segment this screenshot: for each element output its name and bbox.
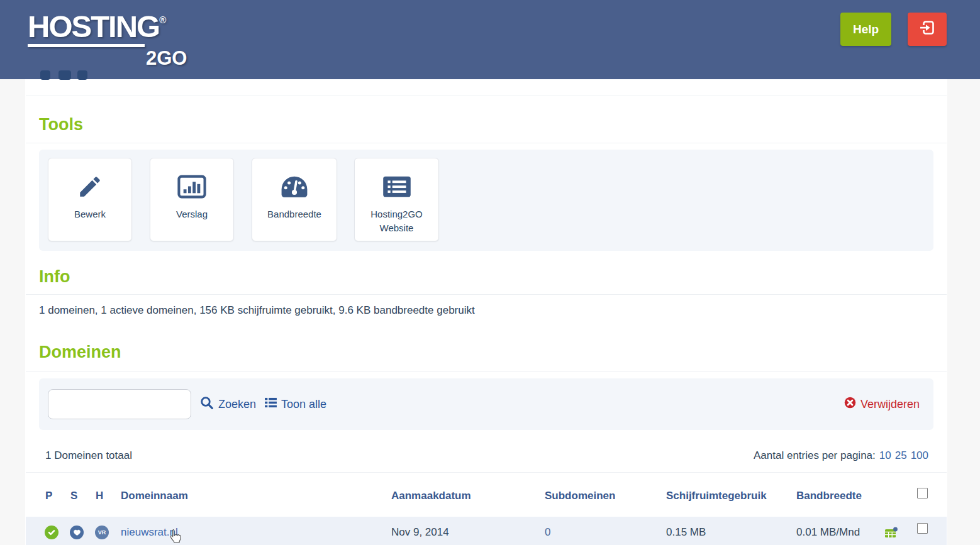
vr-badge-icon[interactable]: VR (95, 526, 109, 539)
clipped-header-icon (40, 70, 50, 80)
divider (26, 143, 947, 143)
column-header-h[interactable]: H (96, 490, 103, 502)
hosting2go-domains-page: HOSTING® 2GO Help Tools (0, 0, 980, 545)
logout-icon (918, 19, 936, 40)
per-page-option-100[interactable]: 100 (911, 449, 928, 462)
divider (26, 371, 947, 372)
mouse-cursor-icon (168, 529, 182, 545)
domain-search-input[interactable] (48, 389, 191, 419)
show-all-button[interactable]: Toon alle (265, 397, 326, 411)
registered-trademark-icon: ® (159, 14, 166, 25)
clipped-header-icon (58, 70, 71, 80)
column-header-subdomeinen[interactable]: Subdomeinen (545, 490, 615, 502)
tools-section-title: Tools (39, 115, 83, 135)
column-header-s[interactable]: S (70, 490, 77, 502)
column-header-domeinnaam[interactable]: Domeinnaam (121, 490, 188, 502)
row-select-checkbox[interactable] (917, 523, 928, 534)
domains-total-label: 1 Domeinen totaal (45, 449, 132, 462)
info-section-title: Info (39, 267, 70, 287)
divider (26, 294, 947, 295)
clipped-header-icon (77, 70, 87, 80)
delete-button-label: Verwijderen (860, 398, 920, 411)
per-page-option-25[interactable]: 25 (895, 449, 907, 462)
circle-x-icon (844, 397, 856, 412)
entries-per-page-label: Aantal entries per pagina: (754, 449, 876, 462)
top-navbar: HOSTING® 2GO Help (0, 0, 980, 79)
stats-table-icon[interactable] (884, 527, 898, 541)
select-all-checkbox[interactable] (917, 488, 928, 498)
tool-card-website[interactable]: Hosting2GO Website (354, 158, 439, 241)
hosting2go-logo[interactable]: HOSTING® 2GO (28, 11, 166, 47)
tool-card-label: Hosting2GO Website (362, 207, 432, 235)
cell-bandwidth: 0.01 MB/Mnd (796, 526, 860, 539)
tool-card-label: Bandbreedte (267, 207, 321, 221)
logo-text-secondary: 2GO (146, 47, 187, 70)
search-icon (200, 396, 214, 413)
cell-disk-usage: 0.15 MB (666, 526, 706, 539)
gauge-icon (279, 172, 309, 202)
divider (26, 96, 947, 96)
bar-chart-icon (177, 172, 206, 202)
browser-list-icon (382, 172, 411, 202)
column-header-schijfruimtegebruik[interactable]: Schijfruimtegebruik (666, 490, 767, 502)
logo-underline (28, 44, 145, 47)
tool-card-verslag[interactable]: Verslag (150, 158, 234, 241)
column-header-bandbreedte[interactable]: Bandbreedte (796, 490, 862, 502)
cell-subdomains[interactable]: 0 (545, 526, 550, 539)
domains-section-title: Domeinen (39, 343, 121, 362)
pencil-icon (77, 172, 103, 202)
logo-text-primary: HOSTING (28, 9, 159, 43)
logout-button[interactable] (908, 13, 947, 46)
tool-card-label: Verslag (176, 207, 208, 221)
show-all-button-label: Toon alle (281, 398, 326, 411)
delete-button[interactable]: Verwijderen (844, 397, 920, 412)
help-button[interactable]: Help (840, 13, 891, 46)
column-header-p[interactable]: P (45, 490, 52, 502)
list-icon (265, 397, 277, 411)
search-button[interactable]: Zoeken (200, 396, 256, 413)
per-page-option-10[interactable]: 10 (879, 449, 891, 462)
status-heart-icon[interactable] (70, 526, 84, 539)
tool-card-label: Bewerk (74, 207, 106, 221)
divider (26, 472, 947, 473)
domains-toolbar: Zoeken Toon alle Verwijderen (39, 378, 933, 430)
column-header-aanmaakdatum[interactable]: Aanmaakdatum (391, 490, 471, 502)
search-button-label: Zoeken (218, 398, 256, 411)
tools-panel: Bewerk Verslag (39, 150, 933, 251)
entries-per-page: Aantal entries per pagina: 10 25 100 (754, 449, 928, 462)
cell-created: Nov 9, 2014 (391, 526, 449, 539)
info-summary-text: 1 domeinen, 1 actieve domeinen, 156 KB s… (39, 304, 475, 317)
tool-card-bewerk[interactable]: Bewerk (48, 158, 132, 241)
active-check-icon[interactable] (45, 526, 58, 539)
tool-card-bandbreedte[interactable]: Bandbreedte (252, 158, 337, 241)
